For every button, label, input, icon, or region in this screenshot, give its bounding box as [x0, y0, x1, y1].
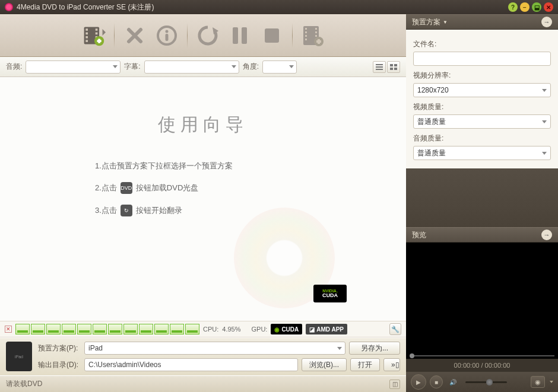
preview-section-header[interactable]: 预览 →: [406, 227, 558, 243]
cpu-close-button[interactable]: ✕: [5, 326, 12, 333]
open-button[interactable]: 打开: [350, 358, 380, 371]
svg-rect-35: [390, 64, 393, 66]
resolution-combo[interactable]: 1280x720: [413, 83, 551, 97]
svg-rect-31: [318, 39, 320, 44]
chevron-down-icon: [337, 347, 342, 350]
cpu-value: 4.95%: [222, 326, 240, 333]
svg-rect-5: [95, 28, 97, 31]
cpu-core: [77, 324, 91, 334]
cpu-core: [139, 324, 153, 334]
panel-gap: [406, 168, 558, 227]
chevron-down-icon: [542, 89, 547, 92]
cpu-core: [46, 324, 61, 334]
settings-button[interactable]: 🔧: [389, 323, 401, 335]
profile-thumb-icon: [6, 342, 32, 371]
chevron-down-icon: [289, 65, 294, 68]
chevron-down-icon: [542, 120, 547, 123]
svg-rect-17: [233, 27, 238, 44]
subtitle-label: 字幕:: [124, 62, 140, 72]
video-quality-combo[interactable]: 普通质量: [413, 114, 551, 129]
preview-scrubber[interactable]: [410, 355, 554, 356]
subtitle-combo[interactable]: [144, 60, 239, 74]
minimize-button[interactable]: −: [520, 2, 530, 12]
cpu-core: [154, 324, 169, 334]
preview-expand-button[interactable]: →: [541, 230, 552, 240]
svg-rect-32: [376, 64, 383, 65]
audio-label: 音频:: [6, 62, 22, 72]
pause-button[interactable]: [228, 24, 252, 47]
cpu-core: [123, 324, 138, 334]
convert-button[interactable]: [196, 24, 220, 47]
view-grid-button[interactable]: [387, 61, 400, 73]
filename-input[interactable]: [413, 52, 551, 66]
delete-button[interactable]: [123, 24, 147, 47]
volume-slider[interactable]: [465, 381, 507, 383]
transfer-button[interactable]: »▯: [383, 358, 400, 371]
chevron-down-icon: [113, 65, 118, 68]
play-button[interactable]: ▶: [411, 374, 426, 390]
svg-rect-1: [85, 28, 88, 31]
save-as-button[interactable]: 另存为...: [349, 342, 400, 355]
add-file-button[interactable]: [82, 24, 106, 47]
title-bar: 4Media DVD to iPad Converter SE (未注册) ? …: [0, 0, 558, 14]
player-controls: ▶ ■ 🔊 ◉: [406, 372, 558, 392]
snapshot-button[interactable]: ◉: [531, 376, 545, 388]
svg-rect-3: [85, 36, 88, 39]
chevron-down-icon: [232, 65, 236, 68]
add-clip-button[interactable]: [301, 24, 325, 47]
snapshot-menu-button[interactable]: [550, 381, 553, 383]
svg-rect-33: [376, 66, 383, 68]
profile-section-header[interactable]: 预置方案▼ →: [406, 14, 558, 30]
audio-quality-combo[interactable]: 普通质量: [413, 146, 551, 160]
status-text: 请装载DVD: [6, 379, 42, 389]
player-stop-button[interactable]: ■: [430, 375, 443, 388]
gpu-amd-badge[interactable]: ◪AMD APP: [306, 324, 347, 334]
svg-rect-36: [394, 64, 397, 66]
dest-label: 输出目录(D):: [38, 360, 81, 370]
svg-rect-25: [315, 28, 317, 30]
svg-rect-22: [305, 31, 307, 33]
cpu-core: [170, 324, 184, 334]
close-button[interactable]: ✕: [544, 2, 553, 12]
svg-rect-27: [315, 35, 317, 37]
cpu-core: [31, 324, 45, 334]
gpu-label: GPU:: [251, 326, 267, 333]
svg-rect-2: [85, 33, 88, 35]
angle-combo[interactable]: [262, 60, 297, 74]
profile-combo[interactable]: iPad: [84, 342, 345, 355]
profile-expand-button[interactable]: →: [541, 17, 552, 27]
cpu-core: [15, 324, 30, 334]
svg-rect-21: [305, 28, 307, 30]
svg-rect-24: [305, 39, 307, 40]
audio-combo[interactable]: [26, 60, 121, 74]
chevron-down-icon: [542, 152, 547, 155]
svg-rect-6: [95, 33, 97, 35]
audio-quality-label: 音频质量:: [413, 133, 551, 144]
preview-viewport: [406, 243, 558, 359]
wizard-title: 使用向导: [36, 113, 370, 137]
angle-label: 角度:: [243, 62, 259, 72]
cpu-core: [62, 324, 76, 334]
video-quality-label: 视频质量:: [413, 102, 551, 112]
dest-field[interactable]: C:\Users\admin\Videos: [84, 358, 298, 371]
browse-button[interactable]: 浏览(B)...: [302, 358, 347, 371]
help-button[interactable]: ?: [508, 2, 518, 12]
layout-toggle-button[interactable]: ◫: [389, 380, 400, 389]
wizard-step-2: 2.点击 DVD 按钮加载DVD光盘: [95, 182, 370, 194]
stop-button[interactable]: [260, 24, 284, 47]
gpu-cuda-badge[interactable]: ◉CUDA: [271, 324, 302, 334]
window-title: 4Media DVD to iPad Converter SE (未注册): [17, 2, 506, 12]
profile-body: 文件名: 视频分辨率: 1280x720 视频质量: 普通质量 音频质量: 普通…: [406, 30, 558, 168]
info-button[interactable]: [155, 24, 179, 47]
svg-rect-4: [85, 40, 88, 42]
view-list-button[interactable]: [373, 61, 386, 73]
svg-rect-38: [394, 68, 397, 70]
svg-point-14: [165, 30, 168, 33]
main-toolbar: [0, 14, 406, 57]
filter-bar: 音频: 字幕: 角度:: [0, 57, 406, 77]
svg-rect-23: [305, 35, 307, 37]
cpu-bar: ✕ CPU: 4.95% GPU: ◉CUDA ◪AMD APP 🔧: [0, 321, 406, 337]
maximize-button[interactable]: ⬓: [532, 2, 541, 12]
volume-icon[interactable]: 🔊: [446, 375, 459, 388]
profile-label: 预置方案(P):: [38, 343, 81, 353]
